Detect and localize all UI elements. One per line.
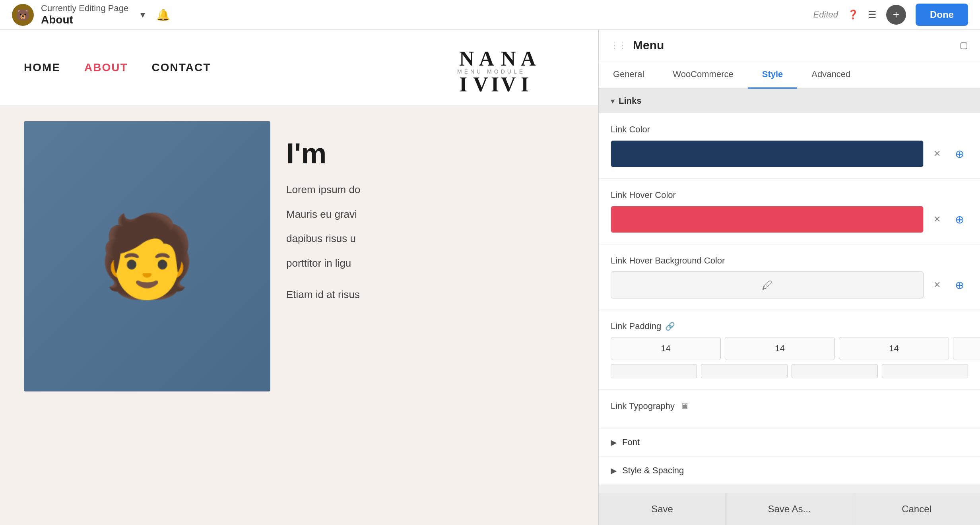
done-button[interactable]: Done xyxy=(916,4,968,26)
portrait-image: 🧑 xyxy=(24,121,270,391)
collapse-icon: ▾ xyxy=(611,96,615,106)
add-icon[interactable]: + xyxy=(886,5,906,25)
link-color-swatch-container xyxy=(611,140,924,167)
link-hover-bg-swatch[interactable]: 🖊 xyxy=(611,271,924,298)
body-text-1: Lorem ipsum do xyxy=(286,182,574,198)
links-section-header[interactable]: ▾ Links xyxy=(599,89,980,113)
chevron-down-icon[interactable]: ▾ xyxy=(140,9,145,20)
link-hover-bg-clear-btn[interactable]: ✕ xyxy=(928,276,946,294)
svg-text:N: N xyxy=(459,47,476,70)
body-text-5: Etiam id at risus xyxy=(286,287,574,303)
nav-menu: HOME ABOUT CONTACT xyxy=(24,61,211,74)
padding-checkbox-4[interactable] xyxy=(882,364,968,378)
top-bar-left: 🐻 Currently Editing Page About ▾ 🔔 xyxy=(0,3,801,26)
link-color-add-btn[interactable]: ⊕ xyxy=(951,145,968,163)
svg-text:A: A xyxy=(479,47,496,70)
font-accordion[interactable]: ▶ Font xyxy=(599,428,980,457)
tab-woocommerce[interactable]: WooCommerce xyxy=(658,61,747,89)
logo-svg: N A N A MENU MODULE I V I V I xyxy=(455,42,574,93)
nav-contact[interactable]: CONTACT xyxy=(152,61,211,74)
tab-advanced[interactable]: Advanced xyxy=(797,61,865,89)
link-hover-color-clear-btn[interactable]: ✕ xyxy=(928,211,946,228)
link-hover-color-group: Link Hover Color ✕ ⊕ xyxy=(599,179,980,244)
link-color-row: ✕ ⊕ xyxy=(611,140,968,167)
save-button[interactable]: Save xyxy=(599,493,726,525)
svg-text:I: I xyxy=(459,73,468,93)
link-hover-color-add-btn[interactable]: ⊕ xyxy=(951,211,968,228)
body-text-4: porttitor in ligu xyxy=(286,255,574,272)
panel-tabs: General WooCommerce Style Advanced xyxy=(599,61,980,89)
padding-checkbox-1[interactable] xyxy=(611,364,697,378)
nav-home[interactable]: HOME xyxy=(24,61,60,74)
link-color-swatch[interactable] xyxy=(611,140,924,167)
headline: I'm xyxy=(286,137,574,170)
link-padding-label-row: Link Padding 🔗 xyxy=(611,321,968,331)
svg-text:V: V xyxy=(501,73,517,93)
svg-text:I: I xyxy=(491,73,500,93)
padding-bottom-input[interactable] xyxy=(839,337,949,360)
link-color-clear-btn[interactable]: ✕ xyxy=(928,145,946,163)
svg-text:I: I xyxy=(521,73,530,93)
site-logo: N A N A MENU MODULE I V I V I xyxy=(455,42,574,93)
edited-label: Edited xyxy=(813,10,838,20)
eyedropper-icon: 🖊 xyxy=(762,279,773,292)
nav-about[interactable]: ABOUT xyxy=(84,61,128,74)
drag-handle-icon[interactable]: ⋮⋮ xyxy=(611,41,627,50)
save-as-button[interactable]: Save As... xyxy=(726,493,853,525)
page-content: 🧑 I'm Lorem ipsum do Mauris eu gravi dap… xyxy=(0,105,598,407)
link-color-label: Link Color xyxy=(611,124,968,135)
padding-top-input[interactable] xyxy=(611,337,721,360)
link-hover-bg-add-btn[interactable]: ⊕ xyxy=(951,276,968,294)
tab-style[interactable]: Style xyxy=(748,61,798,89)
link-padding-label: Link Padding 🔗 xyxy=(611,321,968,331)
font-arrow-icon: ▶ xyxy=(611,438,617,447)
style-spacing-label: Style & Spacing xyxy=(622,465,684,476)
cancel-button[interactable]: Cancel xyxy=(853,493,980,525)
bell-icon[interactable]: 🔔 xyxy=(156,8,170,21)
top-bar-right: Edited ❓ ☰ + Done xyxy=(801,4,980,26)
panel-footer: Save Save As... Cancel xyxy=(599,493,980,525)
link-color-group: Link Color ✕ ⊕ xyxy=(599,113,980,179)
portrait-placeholder: 🧑 xyxy=(24,121,270,391)
canvas-area: HOME ABOUT CONTACT N A N A MENU MODULE I… xyxy=(0,30,598,525)
link-typography-label-row: Link Typography 🖥 xyxy=(611,401,968,411)
font-label: Font xyxy=(622,437,640,448)
style-spacing-arrow-icon: ▶ xyxy=(611,466,617,475)
monitor-icon: 🖥 xyxy=(680,401,689,411)
link-typography-group: Link Typography 🖥 xyxy=(599,390,980,428)
panel-title: Menu xyxy=(633,39,960,52)
padding-left-input[interactable] xyxy=(953,337,980,360)
padding-checkbox-3[interactable] xyxy=(792,364,878,378)
link-hover-color-label: Link Hover Color xyxy=(611,190,968,200)
padding-right-input[interactable] xyxy=(725,337,835,360)
padding-inputs-row: px em % xyxy=(611,337,968,360)
padding-checkboxes xyxy=(611,364,968,378)
padding-checkbox-2[interactable] xyxy=(701,364,787,378)
link-padding-group: Link Padding 🔗 px em % xyxy=(599,310,980,390)
link-padding-text: Link Padding xyxy=(611,321,661,331)
link-hover-bg-label: Link Hover Background Color xyxy=(611,256,968,266)
minimize-icon[interactable]: ▢ xyxy=(960,40,968,50)
tab-general[interactable]: General xyxy=(599,61,658,89)
links-section-title: Links xyxy=(619,96,641,106)
link-typography-text: Link Typography xyxy=(611,401,675,411)
style-spacing-accordion[interactable]: ▶ Style & Spacing xyxy=(599,457,980,485)
list-icon[interactable]: ☰ xyxy=(868,9,877,20)
link-hover-color-swatch[interactable] xyxy=(611,206,924,233)
svg-text:V: V xyxy=(473,73,489,93)
link-hover-bg-swatch-container: 🖊 xyxy=(611,271,924,298)
link-hover-color-row: ✕ ⊕ xyxy=(611,206,968,233)
panel-content: ▾ Links Link Color ✕ ⊕ Link Hover Color … xyxy=(599,89,980,493)
site-header: HOME ABOUT CONTACT N A N A MENU MODULE I… xyxy=(0,30,598,105)
bear-logo: 🐻 xyxy=(12,4,34,26)
body-text-2: Mauris eu gravi xyxy=(286,206,574,223)
panel-header: ⋮⋮ Menu ▢ xyxy=(599,30,980,61)
link-hover-bg-group: Link Hover Background Color 🖊 ✕ ⊕ xyxy=(599,244,980,310)
page-name: About xyxy=(41,14,128,26)
right-panel: ⋮⋮ Menu ▢ General WooCommerce Style Adva… xyxy=(598,30,980,525)
help-icon[interactable]: ❓ xyxy=(848,10,858,20)
top-bar: 🐻 Currently Editing Page About ▾ 🔔 Edite… xyxy=(0,0,980,30)
link-hover-color-swatch-container xyxy=(611,206,924,233)
editing-label: Currently Editing Page xyxy=(41,3,128,14)
link-hover-bg-row: 🖊 ✕ ⊕ xyxy=(611,271,968,298)
